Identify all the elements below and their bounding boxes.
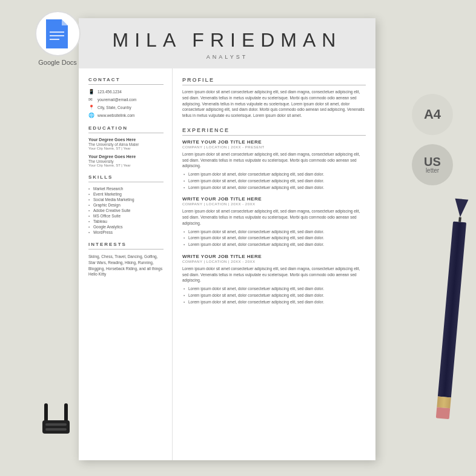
interests-section-title: INTERESTS [88, 242, 164, 250]
a4-label: A4 [424, 107, 441, 122]
education-section: EDUCATION Your Degree Goes Here The Univ… [88, 125, 164, 167]
experience-section-title: EXPERIENCE [182, 127, 366, 136]
contact-website: 🌐 www.websitelink.com [88, 113, 164, 118]
edu-school-2: The University [88, 159, 164, 164]
phone-text: 123.456.1234 [98, 90, 122, 94]
google-docs-label: Google Docs [38, 59, 77, 66]
job-bullet-3-3: Lorem ipsum dolor sit amet, dolor consec… [182, 299, 366, 305]
job-title-1: WRITE YOUR JOB TITLE HERE [182, 139, 366, 145]
resume-body: CONTACT 📱 123.456.1234 ✉ youremail@email… [79, 68, 375, 460]
resume-document: MILA FRIEDMAN ANALYST CONTACT 📱 123.456.… [79, 18, 375, 460]
profile-section: PROFILE Lorem ipsum dolor sit amet conse… [182, 77, 366, 119]
skill-3: Social Media Marketing [88, 197, 164, 202]
letter-label: letter [426, 168, 439, 174]
edu-location-2: Your City Name, ST | Year [88, 164, 164, 167]
contact-email: ✉ youremail@email.com [88, 97, 164, 102]
skill-4: Graphic Design [88, 203, 164, 207]
job-title-3: WRITE YOUR JOB TITLE HERE [182, 254, 366, 259]
job-meta-3: COMPANY | LOCATION | 20XX - 20XX [182, 260, 366, 263]
svg-rect-4 [50, 39, 59, 40]
skill-9: WordPress [88, 230, 164, 234]
skill-8: Google Analytics [88, 225, 164, 229]
experience-section: EXPERIENCE WRITE YOUR JOB TITLE HERE COM… [182, 127, 366, 305]
profile-section-title: PROFILE [182, 77, 366, 85]
skill-6: MS Office Suite [88, 214, 164, 218]
binder-clip-decoration [39, 403, 73, 443]
job-desc-2: Lorem ipsum dolor sit amet consectetuer … [182, 208, 366, 226]
edu-location-1: Your City Name, ST | Year [88, 147, 164, 150]
pencil-body [438, 222, 466, 398]
pencil-tip [454, 199, 469, 218]
experience-entry-1: WRITE YOUR JOB TITLE HERE COMPANY | LOCA… [182, 139, 366, 191]
svg-rect-9 [45, 428, 67, 431]
contact-section: CONTACT 📱 123.456.1234 ✉ youremail@email… [88, 77, 164, 118]
profile-text: Lorem ipsum dolor sit amet consectetuer … [182, 89, 366, 119]
experience-entry-3: WRITE YOUR JOB TITLE HERE COMPANY | LOCA… [182, 254, 366, 305]
education-section-title: EDUCATION [88, 125, 164, 133]
skill-5: Adobe Creative Suite [88, 208, 164, 213]
resume-name: MILA FRIEDMAN [93, 29, 361, 51]
skills-section-title: SKILLS [88, 174, 164, 182]
job-bullet-2-2: Lorem ipsum dolor sit amet, dolor consec… [182, 235, 366, 241]
skills-section: SKILLS Market Research Event Marketing S… [88, 174, 164, 234]
scene: Google Docs A4 US letter MILA [0, 0, 476, 476]
google-docs-icon [46, 19, 69, 48]
google-docs-badge: Google Docs [30, 11, 85, 78]
job-bullet-2-3: Lorem ipsum dolor sit amet, dolor consec… [182, 242, 366, 248]
pencil-metal [437, 396, 451, 408]
resume-header: MILA FRIEDMAN ANALYST [79, 18, 375, 68]
experience-entry-2: WRITE YOUR JOB TITLE HERE COMPANY | LOCA… [182, 196, 366, 248]
a4-badge: A4 [412, 94, 453, 135]
interests-section: INTERESTS Skiing, Chess, Travel, Dancing… [88, 242, 164, 277]
contact-section-title: CONTACT [88, 77, 164, 85]
us-label: US [424, 156, 441, 168]
svg-rect-2 [50, 31, 64, 33]
resume-title: ANALYST [93, 54, 361, 60]
job-desc-3: Lorem ipsum dolor sit amet consectetuer … [182, 266, 366, 283]
job-bullet-1-2: Lorem ipsum dolor sit amet, dolor consec… [182, 178, 366, 184]
job-bullet-1-1: Lorem ipsum dolor sit amet, dolor consec… [182, 171, 366, 177]
job-desc-1: Lorem ipsum dolor sit amet consectetuer … [182, 151, 366, 169]
svg-rect-3 [50, 35, 64, 36]
skill-1: Market Research [88, 187, 164, 191]
svg-marker-1 [62, 19, 68, 25]
svg-rect-5 [44, 403, 48, 421]
google-docs-circle [35, 11, 81, 56]
job-meta-2: COMPANY | LOCATION | 20XX - 20XX [182, 202, 366, 206]
job-bullet-3-2: Lorem ipsum dolor sit amet, dolor consec… [182, 293, 366, 299]
job-bullet-3-1: Lorem ipsum dolor sit amet, dolor consec… [182, 286, 366, 292]
address-text: City, State, Country [98, 105, 131, 110]
email-text: youremail@email.com [98, 98, 136, 102]
left-column: CONTACT 📱 123.456.1234 ✉ youremail@email… [79, 68, 173, 460]
svg-rect-8 [45, 423, 67, 426]
us-badge: US letter [412, 144, 453, 185]
edu-degree-1: Your Degree Goes Here [88, 137, 164, 142]
job-meta-1: COMPANY | LOCATION | 20XX - PRESENT [182, 145, 366, 149]
edu-degree-2: Your Degree Goes Here [88, 154, 164, 159]
pencil-eraser [436, 407, 450, 419]
web-icon: 🌐 [88, 113, 94, 118]
job-bullet-1-3: Lorem ipsum dolor sit amet, dolor consec… [182, 185, 366, 191]
svg-rect-7 [42, 420, 70, 434]
pencil-decoration [437, 200, 468, 412]
edu-school-1: The University of Alma Mater [88, 142, 164, 147]
email-icon: ✉ [88, 97, 94, 102]
skill-7: Tableau [88, 219, 164, 223]
job-title-2: WRITE YOUR JOB TITLE HERE [182, 196, 366, 202]
website-text: www.websitelink.com [98, 113, 134, 117]
contact-address: 📍 City, State, Country [88, 105, 164, 110]
job-bullet-2-1: Lorem ipsum dolor sit amet, dolor consec… [182, 229, 366, 235]
svg-rect-6 [64, 403, 68, 421]
location-icon: 📍 [88, 105, 94, 110]
skill-2: Event Marketing [88, 192, 164, 196]
right-column: PROFILE Lorem ipsum dolor sit amet conse… [173, 68, 375, 460]
contact-phone: 📱 123.456.1234 [88, 89, 164, 94]
interests-text: Skiing, Chess, Travel, Dancing, Golfing,… [88, 254, 164, 277]
phone-icon: 📱 [88, 89, 94, 94]
